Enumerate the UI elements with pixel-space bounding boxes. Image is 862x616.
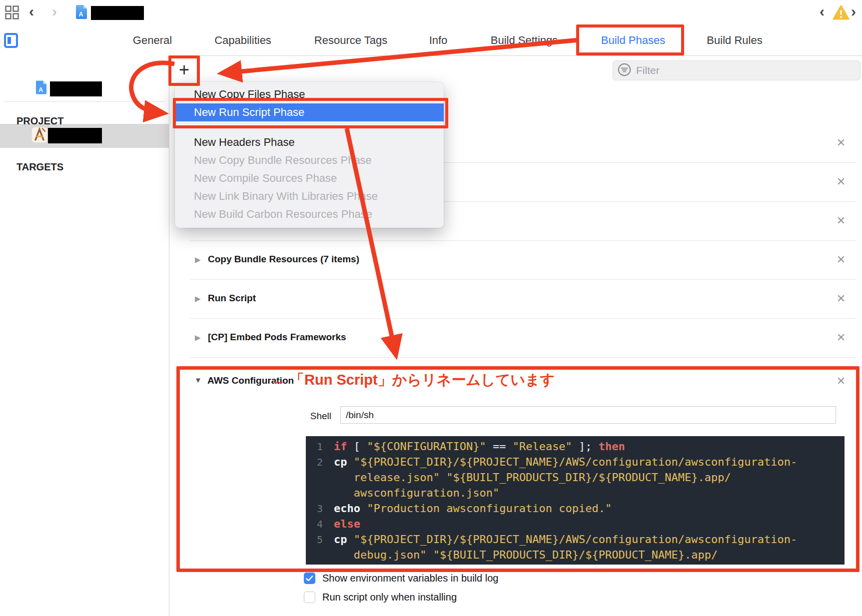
code-token: then [599,440,625,453]
script-editor[interactable]: 1if [ "${CONFIGURATION}" == "Release" ];… [306,436,845,565]
code-token: else [334,518,360,530]
code-token: "${PROJECT_DIR}/${PROJECT_NAME}/AWS/conf… [354,533,797,546]
targets-section-header: TARGETS [16,161,63,173]
code-line: awsconfiguration.json" [306,485,845,501]
build-phase-row-run-script: ▶Run Script✕ [169,280,862,319]
remove-phase-icon[interactable]: ✕ [835,332,847,344]
editor-tab-bar: GeneralCapabilitiesResource TagsInfoBuil… [0,25,862,56]
code-token [334,549,354,561]
code-line: 4else [306,516,845,532]
phase-title: Run Script [208,293,256,304]
tab-capabilities[interactable]: Capabilities [214,25,271,55]
disclosure-open-icon[interactable]: ▼ [194,376,202,384]
redacted-target-item[interactable] [48,128,102,143]
xcode-window: ‹ › A ‹ › [0,0,862,616]
disclosure-closed-icon[interactable]: ▶ [195,333,201,342]
line-number: 4 [306,517,323,532]
code-token: cp [334,456,354,468]
remove-phase-icon[interactable]: ✕ [835,215,847,227]
code-token: awsconfiguration.json" [354,487,499,499]
code-token [334,471,354,484]
disclosure-closed-icon[interactable]: ▶ [195,294,201,303]
shell-label: Shell [280,411,331,422]
code-token: release.json" "${BUILT_PRODUCTS_DIR}/${P… [354,471,731,484]
line-number: 3 [306,501,323,517]
code-token: cp [334,533,354,546]
redacted-project-item[interactable] [50,81,102,96]
code-line: 2cp "${PROJECT_DIR}/${PROJECT_NAME}/AWS/… [306,454,845,470]
add-phase-menu: New Copy Files PhaseNew Run Script Phase… [175,82,444,228]
jump-back-icon[interactable]: ‹ [820,3,825,20]
code-token: if [334,440,347,453]
menu-item-new-compile-sources-phase[interactable]: New Compile Sources Phase [175,169,444,187]
code-token: debug.json" "${BUILT_PRODUCTS_DIR}/${PRO… [354,549,718,561]
jump-forward-icon[interactable]: › [851,3,856,20]
code-line: debug.json" "${BUILT_PRODUCTS_DIR}/${PRO… [306,547,845,563]
code-token: "${PROJECT_DIR}/${PROJECT_NAME}/AWS/conf… [354,456,797,468]
code-token: "${CONFIGURATION}" [367,440,486,453]
remove-phase-icon[interactable]: ✕ [835,176,847,188]
sidebar-divider [4,101,165,102]
back-button-icon[interactable]: ‹ [29,3,34,20]
code-token: "Production awsconfiguration copied." [367,502,612,515]
svg-text:A: A [38,86,43,93]
filter-placeholder: Filter [636,64,660,76]
code-line: release.json" "${BUILT_PRODUCTS_DIR}/${P… [306,470,845,485]
tab-info[interactable]: Info [429,25,448,55]
line-number: 5 [306,532,323,548]
checkbox-unchecked[interactable] [304,592,315,603]
build-phase-row-aws-configuration: ▼ AWS Configuration ← 「Run Script」からリネーム… [169,357,862,396]
tab-general[interactable]: General [133,25,172,55]
phase-title: [CP] Embed Pods Frameworks [208,332,346,343]
menu-item-new-run-script-phase[interactable]: New Run Script Phase [175,103,444,121]
filter-icon [618,63,631,78]
code-token: [ [347,440,367,453]
checkbox-label: Show environment variables in build log [322,573,498,584]
filter-field[interactable]: Filter [613,60,861,80]
shell-input[interactable]: /bin/sh [340,406,836,424]
code-line: 3echo "Production awsconfiguration copie… [306,501,845,516]
line-number: 1 [306,439,323,455]
menu-item-new-copy-files-phase[interactable]: New Copy Files Phase [175,85,444,103]
menu-item-new-link-binary-with-libraries-phase[interactable]: New Link Binary With Libraries Phase [175,187,444,205]
line-number: 2 [306,455,323,470]
forward-button-icon[interactable]: › [52,3,57,20]
project-file-icon: A [75,4,88,22]
remove-phase-icon[interactable]: ✕ [835,293,847,305]
code-line: 1if [ "${CONFIGURATION}" == "Release" ];… [306,439,845,454]
target-app-icon [31,125,48,146]
code-token [334,487,354,499]
code-token: == [486,440,513,453]
build-phase-row-cp-embed-pods-frameworks: ▶[CP] Embed Pods Frameworks✕ [169,319,862,358]
tab-build-phases[interactable]: Build Phases [601,25,665,55]
redacted-project-name [91,6,144,20]
editor-layout-icon[interactable] [5,5,19,21]
rename-annotation: ← 「Run Script」からリネームしています [271,370,555,390]
checkbox-row-show-environment-variables-in-build-log: Show environment variables in build log [304,573,498,584]
sidebar: PROJECT A TARGETS [0,55,169,616]
code-token: ]; [572,440,599,453]
toolbar: ‹ › A ‹ › [0,0,862,25]
project-doc-icon: A [35,80,47,97]
remove-phase-icon[interactable]: ✕ [835,375,847,387]
checkbox-checked[interactable] [304,573,315,584]
code-token: "Release" [513,440,572,453]
tab-build-settings[interactable]: Build Settings [491,25,558,55]
remove-phase-icon[interactable]: ✕ [835,254,847,266]
disclosure-closed-icon[interactable]: ▶ [195,255,201,264]
menu-item-new-build-carbon-resources-phase[interactable]: New Build Carbon Resources Phase [175,205,444,223]
menu-item-new-copy-bundle-resources-phase[interactable]: New Copy Bundle Resources Phase [175,151,444,169]
menu-item-new-headers-phase[interactable]: New Headers Phase [175,133,444,151]
tab-resource-tags[interactable]: Resource Tags [314,25,387,55]
add-build-phase-button[interactable]: + [171,58,197,83]
project-settings-icon[interactable] [4,33,18,50]
remove-phase-icon[interactable]: ✕ [835,137,847,149]
checkbox-label: Run script only when installing [322,592,457,603]
code-token: echo [334,502,367,515]
warning-icon[interactable] [833,5,850,22]
code-line: 5cp "${PROJECT_DIR}/${PROJECT_NAME}/AWS/… [306,532,845,547]
svg-text:A: A [78,10,83,18]
phase-title: Copy Bundle Resources (7 items) [208,254,359,265]
tab-build-rules[interactable]: Build Rules [707,25,762,55]
build-phase-row-copy-bundle-resources-7-items: ▶Copy Bundle Resources (7 items)✕ [169,241,862,280]
